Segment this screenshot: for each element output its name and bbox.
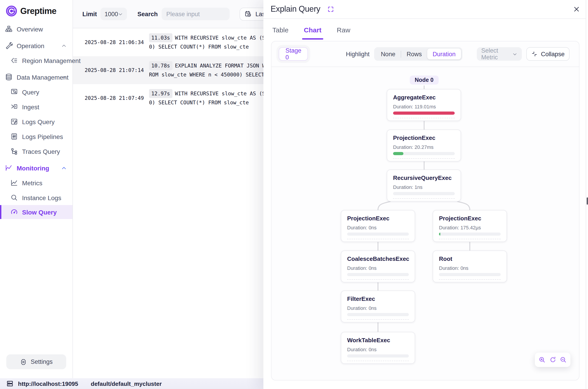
table-row-selected[interactable]: 2025-08-28 21:07:14 10.78sEXPLAIN ANALYZ…	[73, 56, 263, 84]
sidebar-item-monitoring[interactable]: Monitoring	[0, 161, 73, 175]
database-name[interactable]: default/default_mycluster	[91, 380, 162, 387]
highlight-option-rows[interactable]: Rows	[401, 49, 427, 59]
query-text-line2: ROM slow_cte WHERE n < 450000) SELECT C(	[149, 71, 263, 78]
sidebar-item-label: Logs Pipelines	[22, 133, 63, 140]
panel-tabs: Table Chart Raw	[263, 19, 588, 40]
greptime-logo: Greptime	[0, 0, 73, 22]
stage-button[interactable]: Stage 0	[279, 47, 308, 61]
duration-bar	[439, 232, 501, 236]
sidebar-item-instance-logs[interactable]: Instance Logs	[0, 190, 73, 205]
node-duration: Duration: 119.01ms	[393, 104, 455, 109]
query-text-line2: 0) SELECT COUNT(*) FROM slow_cte	[149, 99, 249, 106]
sidebar-item-query[interactable]: Query	[0, 85, 73, 99]
node-name: CoalesceBatchesExec	[347, 256, 409, 262]
chevron-up-icon[interactable]	[61, 43, 67, 48]
reset-zoom-icon[interactable]	[549, 356, 556, 363]
document-search-icon	[10, 88, 18, 96]
execution-graph-canvas[interactable]: Node 0 AggregateExec Duration: 119.01ms …	[271, 67, 579, 380]
window-scrollbar[interactable]	[586, 0, 588, 389]
sitemap-icon	[5, 25, 13, 33]
chart-toolbar: Stage 0 Highlight None Rows Duration Sel…	[271, 41, 579, 67]
tab-table[interactable]: Table	[271, 24, 290, 35]
node-name: ProjectionExec	[393, 134, 455, 141]
logs-query-icon	[10, 118, 18, 126]
chevron-up-icon[interactable]	[61, 165, 67, 171]
sidebar-item-label: Ingest	[22, 103, 39, 110]
graph-node-aggregate-exec[interactable]: AggregateExec Duration: 119.01ms	[387, 89, 461, 121]
duration-badge: 12.97s	[149, 89, 172, 98]
chevron-down-icon	[513, 52, 517, 56]
logo-text: Greptime	[20, 6, 56, 16]
graph-node-coalesce-batches-exec[interactable]: CoalesceBatchesExec Duration: 0ns	[341, 251, 415, 282]
ingest-icon	[10, 103, 18, 111]
duration-bar	[347, 354, 409, 357]
graph-node-work-table-exec[interactable]: WorkTableExec Duration: 0ns	[341, 332, 415, 364]
limit-select[interactable]: 1000	[101, 8, 127, 20]
graph-node-recursive-query-exec[interactable]: RecursiveQueryExec Duration: 1ns	[387, 169, 461, 201]
tab-raw[interactable]: Raw	[336, 24, 351, 35]
node-duration: Duration: 0ns	[347, 347, 409, 352]
collapse-button[interactable]: Collapse	[527, 47, 570, 61]
panel-header: Explain Query	[263, 0, 588, 19]
node-duration: Duration: 0ns	[347, 225, 409, 230]
sidebar-item-logs-query[interactable]: Logs Query	[0, 114, 73, 129]
node-duration: Duration: 0ns	[439, 265, 501, 271]
table-row[interactable]: 2025-08-28 21:06:34 11.03sWITH RECURSIVE…	[73, 28, 263, 56]
sidebar-item-label: Region Management	[22, 57, 81, 64]
sidebar-item-label: Monitoring	[17, 164, 49, 172]
search-input[interactable]	[162, 8, 230, 20]
table-row[interactable]: 2025-08-28 21:07:49 12.97sWITH RECURSIVE…	[73, 84, 263, 112]
limit-label: Limit	[82, 11, 97, 17]
close-icon[interactable]	[573, 6, 580, 13]
server-url[interactable]: http://localhost:19095	[18, 380, 78, 387]
zoom-in-icon[interactable]	[539, 356, 546, 363]
graph-node-projection-exec[interactable]: ProjectionExec Duration: 20.27ms	[387, 130, 461, 162]
highlight-label: Highlight	[346, 51, 370, 57]
sidebar-item-operation[interactable]: Operation	[0, 38, 73, 53]
node-duration: Duration: 1ns	[393, 184, 455, 190]
greptime-logo-icon	[5, 5, 18, 17]
node-divider	[393, 198, 455, 199]
sidebar-item-traces-query[interactable]: Traces Query	[0, 144, 73, 159]
expand-icon[interactable]	[328, 6, 334, 13]
node-duration: Duration: 0ns	[347, 265, 409, 271]
sidebar-item-slow-query[interactable]: Slow Query	[0, 205, 73, 219]
sidebar-item-data-management[interactable]: Data Management	[0, 70, 73, 85]
sidebar-item-ingest[interactable]: Ingest	[0, 99, 73, 114]
metric-select[interactable]: Select Metric	[477, 47, 522, 61]
monitoring-icon	[5, 164, 13, 172]
sidebar-item-logs-pipelines[interactable]: Logs Pipelines	[0, 129, 73, 144]
sidebar-item-overview[interactable]: Overview	[0, 22, 73, 36]
highlight-option-none[interactable]: None	[375, 49, 401, 59]
sidebar-item-region-management[interactable]: Region Management	[0, 53, 73, 68]
highlight-option-duration[interactable]: Duration	[427, 49, 461, 59]
tab-chart[interactable]: Chart	[303, 24, 322, 35]
node-divider	[393, 118, 455, 118]
graph-node-projection-exec-left[interactable]: ProjectionExec Duration: 0ns	[341, 210, 415, 242]
slow-query-table: 2025-08-28 21:06:34 11.03sWITH RECURSIVE…	[73, 28, 263, 112]
scrollbar-thumb[interactable]	[587, 197, 588, 205]
app-root: Greptime Overview Operation Region Manag…	[0, 0, 588, 389]
sidebar-item-label: Query	[22, 88, 39, 96]
sidebar-item-label: Data Management	[17, 73, 69, 81]
settings-label: Settings	[31, 358, 53, 365]
graph-node-filter-exec[interactable]: FilterExec Duration: 0ns	[341, 291, 415, 323]
duration-bar	[393, 192, 455, 195]
server-icon	[6, 380, 13, 387]
collapse-label: Collapse	[541, 51, 565, 57]
panel-title: Explain Query	[271, 4, 320, 14]
settings-button[interactable]: Settings	[6, 354, 66, 369]
chevron-up-icon[interactable]	[61, 74, 67, 80]
sidebar-item-metrics[interactable]: Metrics	[0, 175, 73, 190]
wrench-icon	[5, 42, 13, 49]
duration-bar	[347, 313, 409, 316]
region-list-icon	[10, 57, 18, 64]
gear-icon	[20, 358, 27, 365]
zoom-out-icon[interactable]	[560, 356, 567, 363]
sidebar: Greptime Overview Operation Region Manag…	[0, 0, 73, 378]
graph-node-root[interactable]: Root Duration: 0ns	[433, 251, 507, 282]
duration-bar	[393, 112, 455, 115]
chart-card: Stage 0 Highlight None Rows Duration Sel…	[271, 41, 580, 381]
graph-node-projection-exec-right[interactable]: ProjectionExec Duration: 175.42µs	[433, 210, 507, 242]
sidebar-item-label: Logs Query	[22, 118, 55, 125]
